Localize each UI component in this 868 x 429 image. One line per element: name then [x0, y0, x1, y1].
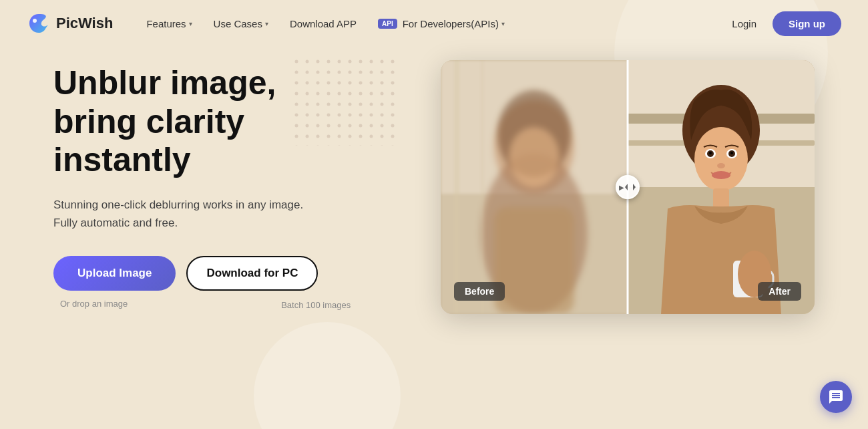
nav-use-cases[interactable]: Use Cases ▾: [204, 13, 278, 35]
chevron-icon: ▾: [265, 20, 268, 27]
svg-point-24: [730, 152, 733, 154]
chat-icon: [828, 389, 844, 405]
svg-point-26: [712, 171, 730, 179]
chevron-icon: ▾: [189, 20, 192, 27]
image-compare-widget[interactable]: Before After: [441, 60, 815, 314]
batch-hint-text: Batch 100 images: [281, 300, 351, 310]
decorative-circle-bottom: [254, 322, 401, 429]
hero-buttons: Upload Image Download for PC: [53, 256, 387, 291]
svg-point-18: [694, 127, 748, 191]
before-label: Before: [454, 282, 505, 301]
hero-section: Unblur image, bring clarity instantly St…: [0, 47, 868, 314]
svg-point-2: [33, 19, 37, 23]
drop-hint-text: Or drop an image: [60, 299, 128, 310]
handle-icon: [624, 181, 636, 193]
nav-features[interactable]: Features ▾: [137, 13, 201, 35]
download-pc-button[interactable]: Download for PC: [186, 256, 318, 291]
svg-point-21: [709, 152, 712, 154]
nav-auth: Login Sign up: [724, 11, 841, 36]
chevron-icon: ▾: [501, 20, 505, 27]
hero-left: Unblur image, bring clarity instantly St…: [53, 64, 387, 310]
svg-rect-10: [454, 60, 459, 314]
before-image: [441, 60, 628, 314]
upload-image-button[interactable]: Upload Image: [53, 256, 176, 291]
svg-marker-31: [625, 184, 628, 190]
nav-links: Features ▾ Use Cases ▾ Download APP API …: [137, 13, 724, 35]
after-label: After: [758, 282, 801, 301]
logo-link[interactable]: PicWish: [27, 11, 113, 35]
hero-subtitle: Stunning one-click deblurring works in a…: [53, 196, 320, 232]
svg-rect-27: [713, 188, 729, 208]
after-image-visual: [628, 60, 815, 314]
hero-right: Before After: [387, 60, 815, 314]
before-image-visual: [441, 60, 628, 314]
signup-button[interactable]: Sign up: [773, 11, 841, 36]
chat-support-button[interactable]: [820, 381, 852, 413]
hero-title: Unblur image, bring clarity instantly: [53, 64, 387, 180]
nav-download-app[interactable]: Download APP: [280, 13, 366, 35]
svg-point-9: [509, 127, 560, 187]
svg-rect-11: [481, 60, 484, 314]
logo-text: PicWish: [56, 15, 113, 32]
navbar: PicWish Features ▾ Use Cases ▾ Download …: [0, 0, 868, 47]
nav-developers[interactable]: API For Developers(APIs) ▾: [369, 13, 514, 35]
api-badge: API: [378, 19, 397, 29]
svg-rect-7: [494, 207, 574, 314]
comparison-handle[interactable]: [616, 175, 640, 199]
svg-marker-32: [633, 184, 636, 190]
login-button[interactable]: Login: [724, 13, 765, 35]
logo-icon: [27, 11, 51, 35]
svg-point-25: [717, 163, 725, 168]
after-image: [628, 60, 815, 314]
